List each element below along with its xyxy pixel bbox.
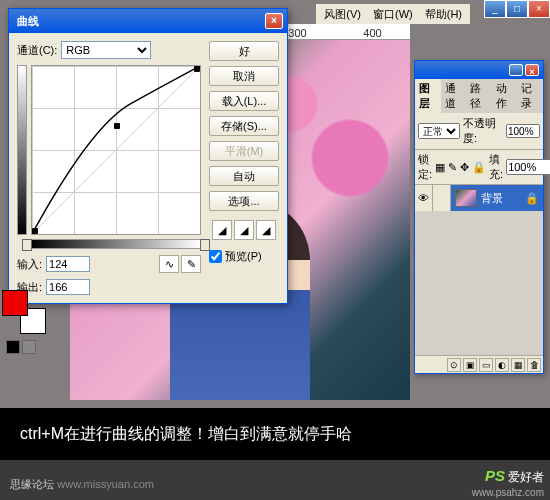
layer-thumbnail[interactable] — [455, 189, 477, 207]
mode-swatches — [6, 340, 36, 354]
input-value-field[interactable] — [46, 256, 90, 272]
lock-paint-icon[interactable]: ✎ — [448, 161, 457, 174]
layers-panel-footer: ⊙ ▣ ▭ ◐ ▦ 🗑 — [415, 355, 543, 373]
layer-lock-icon: 🔒 — [525, 192, 539, 205]
curve-tool-icon[interactable]: ∿ — [159, 255, 179, 273]
fill-label: 填充: — [489, 152, 503, 182]
smooth-button: 平滑(M) — [209, 141, 279, 161]
lock-all-icon[interactable]: 🔒 — [472, 161, 486, 174]
pencil-tool-icon[interactable]: ✎ — [181, 255, 201, 273]
footer-left: 思缘论坛 www.missyuan.com — [10, 477, 154, 492]
brand-url: www.psahz.com — [472, 487, 544, 498]
main-max-button[interactable]: □ — [506, 0, 528, 18]
curve-path — [32, 66, 200, 234]
eyedropper-white-icon[interactable]: ◢ — [256, 220, 276, 240]
curves-titlebar[interactable]: 曲线 × — [9, 9, 287, 33]
layers-panel: _ × 图层 通道 路径 动作 记录 正常 不透明度: 锁定: ▦ ✎ ✥ 🔒 … — [414, 60, 544, 374]
preview-checkbox[interactable] — [209, 250, 222, 263]
ruler-tick: 400 — [363, 27, 381, 39]
panel-tabs: 图层 通道 路径 动作 记录 — [415, 79, 543, 113]
layers-titlebar[interactable]: _ × — [415, 61, 543, 79]
quickmask-off-icon[interactable] — [6, 340, 20, 354]
curve-anchor[interactable] — [32, 228, 38, 234]
preview-label: 预览(P) — [225, 249, 262, 264]
layer-row[interactable]: 👁 背景 🔒 — [415, 185, 543, 211]
tab-channels[interactable]: 通道 — [441, 79, 467, 113]
tab-layers[interactable]: 图层 — [415, 79, 441, 113]
menu-help[interactable]: 帮助(H) — [425, 7, 462, 21]
layers-close-button[interactable]: × — [525, 64, 539, 76]
trash-icon[interactable]: 🗑 — [527, 358, 541, 372]
mask-icon[interactable]: ▣ — [463, 358, 477, 372]
ok-button[interactable]: 好 — [209, 41, 279, 61]
layer-list: 👁 背景 🔒 — [415, 185, 543, 355]
instruction-caption: ctrl+M在进行曲线的调整！增白到满意就停手哈 — [0, 408, 550, 460]
main-menu: 风图(V) 窗口(W) 帮助(H) — [316, 4, 470, 24]
blend-mode-select[interactable]: 正常 — [418, 123, 460, 139]
new-layer-icon[interactable]: ▦ — [511, 358, 525, 372]
footer-right: PS 爱好者 www.psahz.com — [472, 467, 544, 498]
save-button[interactable]: 存储(S)... — [209, 116, 279, 136]
auto-button[interactable]: 自动 — [209, 166, 279, 186]
menu-view[interactable]: 风图(V) — [324, 7, 361, 21]
curves-title: 曲线 — [13, 14, 265, 29]
output-gradient — [17, 65, 27, 235]
eyedropper-black-icon[interactable]: ◢ — [212, 220, 232, 240]
channel-label: 通道(C): — [17, 43, 57, 58]
channel-select[interactable]: RGB — [61, 41, 151, 59]
curve-graph[interactable] — [31, 65, 201, 235]
curve-anchor[interactable] — [194, 66, 200, 72]
curves-dialog: 曲线 × 通道(C): RGB — [8, 8, 288, 304]
footer-bar: 思缘论坛 www.missyuan.com PS 爱好者 www.psahz.c… — [0, 460, 550, 500]
layer-visibility-icon[interactable]: 👁 — [415, 185, 433, 211]
options-button[interactable]: 选项... — [209, 191, 279, 211]
foreground-color-swatch[interactable] — [2, 290, 28, 316]
main-window-buttons: _ □ × — [484, 0, 550, 18]
menu-window[interactable]: 窗口(W) — [373, 7, 413, 21]
brand-text: 爱好者 — [508, 470, 544, 484]
layer-link-cell[interactable] — [433, 185, 451, 211]
opacity-field[interactable] — [506, 124, 540, 138]
curves-close-button[interactable]: × — [265, 13, 283, 29]
curve-anchor[interactable] — [114, 123, 120, 129]
brand-logo: PS — [485, 467, 505, 484]
folder-icon[interactable]: ▭ — [479, 358, 493, 372]
opacity-label: 不透明度: — [463, 116, 503, 146]
tab-paths[interactable]: 路径 — [466, 79, 492, 113]
eyedropper-gray-icon[interactable]: ◢ — [234, 220, 254, 240]
color-swatches[interactable] — [2, 290, 46, 334]
fx-icon[interactable]: ⊙ — [447, 358, 461, 372]
cancel-button[interactable]: 取消 — [209, 66, 279, 86]
output-value-field[interactable] — [46, 279, 90, 295]
main-min-button[interactable]: _ — [484, 0, 506, 18]
input-label: 输入: — [17, 257, 42, 272]
layer-name: 背景 — [481, 191, 503, 206]
svg-line-0 — [32, 66, 200, 234]
lock-move-icon[interactable]: ✥ — [460, 161, 469, 174]
adjust-icon[interactable]: ◐ — [495, 358, 509, 372]
ruler-tick: 300 — [288, 27, 306, 39]
tab-actions[interactable]: 动作 — [492, 79, 518, 113]
fill-field[interactable] — [506, 159, 550, 175]
quickmask-on-icon[interactable] — [22, 340, 36, 354]
load-button[interactable]: 载入(L)... — [209, 91, 279, 111]
layers-min-button[interactable]: _ — [509, 64, 523, 76]
input-gradient — [31, 239, 201, 249]
main-close-button[interactable]: × — [528, 0, 550, 18]
lock-trans-icon[interactable]: ▦ — [435, 161, 445, 174]
tab-history[interactable]: 记录 — [517, 79, 543, 113]
lock-label: 锁定: — [418, 152, 432, 182]
